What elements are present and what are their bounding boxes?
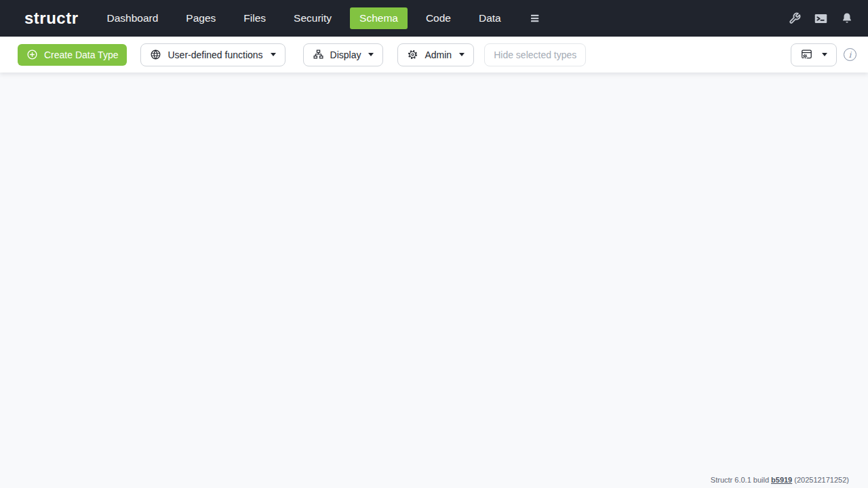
build-link[interactable]: b5919 xyxy=(771,476,792,484)
nav-item-files[interactable]: Files xyxy=(243,12,266,24)
nav-item-dashboard[interactable]: Dashboard xyxy=(107,12,159,24)
admin-dropdown[interactable]: Admin xyxy=(397,43,474,66)
navbar-right-icons xyxy=(789,12,853,26)
structr-logo: structr xyxy=(24,10,79,26)
hide-selected-types-button[interactable]: Hide selected types xyxy=(484,43,586,66)
create-data-type-label: Create Data Type xyxy=(44,49,118,60)
version-footer: Structr 6.0.1 buildb5919(202512171252) xyxy=(711,476,849,484)
hamburger-menu-icon[interactable] xyxy=(529,12,541,24)
user-defined-functions-label: User-defined functions xyxy=(167,49,262,60)
nav-item-pages[interactable]: Pages xyxy=(186,12,216,24)
admin-label: Admin xyxy=(425,49,452,60)
display-dropdown[interactable]: Display xyxy=(303,43,384,66)
hide-selected-types-label: Hide selected types xyxy=(494,49,576,60)
version-text: Structr 6.0.1 build xyxy=(711,476,769,484)
layout-settings-icon xyxy=(800,48,813,61)
build-timestamp: (202512171252) xyxy=(794,476,849,484)
nav-item-security[interactable]: Security xyxy=(294,12,332,24)
chevron-down-icon xyxy=(822,53,827,56)
bell-icon[interactable] xyxy=(841,12,853,24)
info-icon[interactable]: i xyxy=(844,48,856,61)
toolbar-right-group: i xyxy=(791,43,859,66)
globe-icon xyxy=(150,49,161,60)
main-navigation: Dashboard Pages Files Security Schema Co… xyxy=(107,12,541,24)
nav-item-data[interactable]: Data xyxy=(479,12,501,24)
chevron-down-icon xyxy=(459,53,465,56)
schema-canvas[interactable]: Structr 6.0.1 buildb5919(202512171252) xyxy=(0,73,868,488)
top-navbar: structr Dashboard Pages Files Security S… xyxy=(0,0,868,37)
schema-toolbar: Create Data Type User-defined functions … xyxy=(0,37,868,73)
nav-item-schema[interactable]: Schema xyxy=(350,7,408,29)
wrench-icon[interactable] xyxy=(789,12,801,24)
hierarchy-icon xyxy=(313,49,324,60)
terminal-icon[interactable] xyxy=(814,12,828,26)
chevron-down-icon xyxy=(368,53,374,56)
gear-icon xyxy=(407,49,418,60)
nav-item-code[interactable]: Code xyxy=(426,12,451,24)
create-data-type-button[interactable]: Create Data Type xyxy=(18,44,127,66)
display-label: Display xyxy=(330,49,361,60)
user-defined-functions-dropdown[interactable]: User-defined functions xyxy=(140,43,285,66)
chevron-down-icon xyxy=(271,53,276,56)
plus-circle-icon xyxy=(26,49,38,60)
layout-settings-dropdown[interactable] xyxy=(791,43,837,66)
